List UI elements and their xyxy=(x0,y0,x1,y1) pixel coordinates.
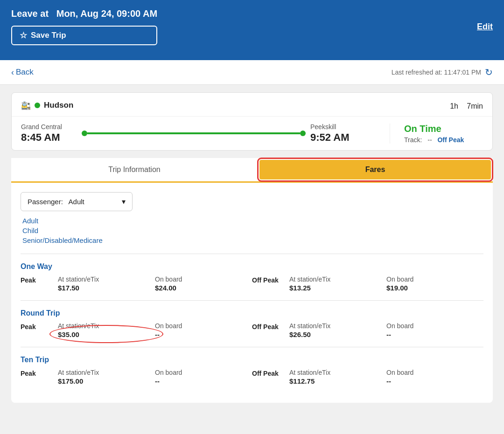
round-trip-offpeak-onboard-price: -- xyxy=(386,331,483,338)
one-way-peak-label: Peak xyxy=(21,276,58,284)
one-way-offpeak-station-col: At station/eTix $13.25 xyxy=(289,276,386,292)
on-time-status: On Time xyxy=(404,124,483,134)
leave-at-label: Leave at Mon, Aug 24, 09:00 AM xyxy=(11,8,157,19)
ten-trip-offpeak-onboard-col: On board -- xyxy=(386,369,483,385)
train-line xyxy=(77,131,310,136)
ten-trip-offpeak-station-price: $112.75 xyxy=(289,377,386,385)
round-trip-offpeak-label: Off Peak xyxy=(252,322,289,331)
fare-section-one-way: One Way Peak At station/eTix $17.50 On b… xyxy=(21,254,483,300)
line-start-dot xyxy=(82,131,87,136)
round-trip-peak-station-label: At station/eTix xyxy=(58,322,155,330)
passenger-dropdown[interactable]: Passenger: Adult ▾ xyxy=(21,192,133,211)
ten-trip-offpeak-onboard-label: On board xyxy=(386,369,483,376)
one-way-peak-onboard-col: On board $24.00 xyxy=(155,276,252,292)
duration: 1h 7min xyxy=(450,99,483,111)
round-trip-peak-onboard-price: -- xyxy=(155,331,252,338)
line-end-dot xyxy=(300,131,306,136)
passenger-label-text: Passenger: xyxy=(28,198,63,206)
ten-trip-peak-onboard-label: On board xyxy=(155,369,252,376)
star-icon: ☆ xyxy=(20,30,27,41)
ten-trip-peak-station-col: At station/eTix $175.00 xyxy=(58,369,155,385)
round-trip-offpeak-station-col: At station/eTix $26.50 xyxy=(289,322,386,338)
one-way-peak-station-price: $17.50 xyxy=(58,284,155,292)
track-label: Track: xyxy=(404,136,422,144)
round-trip-peak-station-price: $35.00 xyxy=(58,331,155,338)
ten-trip-fare-row: Peak At station/eTix $175.00 On board --… xyxy=(21,369,483,385)
fares-content: Passenger: Adult ▾ Adult Child Senior/Di… xyxy=(11,183,493,403)
refresh-icon[interactable]: ↻ xyxy=(485,67,493,78)
train-name: 🚉 Hudson xyxy=(21,101,73,110)
passenger-options: Adult Child Senior/Disabled/Medicare xyxy=(21,217,483,244)
tabs-wrapper: Trip Information Fares xyxy=(11,158,493,183)
ten-trip-peak-onboard-price: -- xyxy=(155,377,252,385)
origin-station: Grand Central 8:45 AM xyxy=(21,123,77,144)
train-card: 🚉 Hudson 1h 7min Grand Central 8:45 AM P… xyxy=(11,92,493,151)
one-way-peak-station-col: At station/eTix $17.50 xyxy=(58,276,155,292)
one-way-fare-row: Peak At station/eTix $17.50 On board $24… xyxy=(21,276,483,292)
one-way-title: One Way xyxy=(21,262,483,271)
passenger-label: Passenger: Adult xyxy=(28,198,84,206)
tab-fares[interactable]: Fares xyxy=(259,160,491,179)
one-way-offpeak-label: Off Peak xyxy=(252,276,289,284)
option-adult[interactable]: Adult xyxy=(22,217,483,225)
ten-trip-offpeak-station-label: At station/eTix xyxy=(289,369,386,376)
one-way-offpeak-station-label: At station/eTix xyxy=(289,276,386,283)
train-station-icon: 🚉 xyxy=(21,101,31,110)
refresh-info: Last refreshed at: 11:47:01 PM ↻ xyxy=(392,67,493,78)
destination-station-name: Peekskill xyxy=(310,123,366,131)
duration-min: 7min xyxy=(467,102,483,110)
one-way-offpeak-station-price: $13.25 xyxy=(289,284,386,292)
status-dot xyxy=(35,103,40,108)
destination-time: 9:52 AM xyxy=(310,131,366,144)
track-value: -- xyxy=(427,136,432,144)
chevron-left-icon: ‹ xyxy=(11,68,14,77)
save-trip-label: Save Trip xyxy=(31,31,66,40)
passenger-value: Adult xyxy=(69,198,84,206)
one-way-peak-onboard-price: $24.00 xyxy=(155,284,252,292)
back-label: Back xyxy=(16,68,34,77)
save-trip-button[interactable]: ☆ Save Trip xyxy=(11,26,157,45)
round-trip-fare-row: Peak At station/eTix $35.00 On board -- … xyxy=(21,322,483,338)
leave-at-text: Leave at xyxy=(11,8,49,19)
one-way-offpeak-onboard-label: On board xyxy=(386,276,483,283)
last-refreshed-text: Last refreshed at: 11:47:01 PM xyxy=(392,69,481,76)
round-trip-peak-label: Peak xyxy=(21,322,58,331)
ten-trip-title: Ten Trip xyxy=(21,356,483,364)
option-child[interactable]: Child xyxy=(22,227,483,234)
round-trip-offpeak-onboard-col: On board -- xyxy=(386,322,483,338)
line-bar xyxy=(87,132,300,134)
one-way-offpeak-onboard-price: $19.00 xyxy=(386,284,483,292)
train-status-block: On Time Track: -- Off Peak xyxy=(390,124,483,144)
one-way-offpeak-onboard-col: On board $19.00 xyxy=(386,276,483,292)
duration-hours: 1h xyxy=(450,102,458,110)
ten-trip-peak-onboard-col: On board -- xyxy=(155,369,252,385)
round-trip-peak-onboard-col: On board -- xyxy=(155,322,252,338)
ten-trip-offpeak-station-col: At station/eTix $112.75 xyxy=(289,369,386,385)
header: Leave at Mon, Aug 24, 09:00 AM ☆ Save Tr… xyxy=(0,0,504,60)
line-name-text: Hudson xyxy=(44,101,73,110)
round-trip-peak-onboard-label: On board xyxy=(155,322,252,330)
round-trip-peak-station-col: At station/eTix $35.00 xyxy=(58,322,155,338)
one-way-peak-station-label: At station/eTix xyxy=(58,276,155,283)
destination-station: Peekskill 9:52 AM xyxy=(310,123,366,144)
round-trip-offpeak-station-label: At station/eTix xyxy=(289,322,386,330)
tab-trip-information[interactable]: Trip Information xyxy=(11,158,258,183)
origin-time: 8:45 AM xyxy=(21,131,77,144)
fare-section-ten-trip: Ten Trip Peak At station/eTix $175.00 On… xyxy=(21,347,483,393)
one-way-peak-onboard-label: On board xyxy=(155,276,252,283)
ten-trip-offpeak-label: Off Peak xyxy=(252,369,289,377)
round-trip-title: Round Trip xyxy=(21,309,483,317)
off-peak-badge: Off Peak xyxy=(437,136,464,144)
fare-section-round-trip: Round Trip Peak At station/eTix $35.00 O… xyxy=(21,300,483,347)
ten-trip-peak-label: Peak xyxy=(21,369,58,377)
ten-trip-peak-station-price: $175.00 xyxy=(58,377,155,385)
option-senior[interactable]: Senior/Disabled/Medicare xyxy=(22,236,483,244)
ten-trip-peak-station-label: At station/eTix xyxy=(58,369,155,376)
ten-trip-offpeak-onboard-price: -- xyxy=(386,377,483,385)
round-trip-offpeak-onboard-label: On board xyxy=(386,322,483,330)
edit-button[interactable]: Edit xyxy=(477,22,493,32)
back-button[interactable]: ‹ Back xyxy=(11,68,34,77)
track-info: Track: -- Off Peak xyxy=(404,136,483,144)
datetime-text: Mon, Aug 24, 09:00 AM xyxy=(56,8,157,19)
round-trip-offpeak-station-price: $26.50 xyxy=(289,331,386,338)
